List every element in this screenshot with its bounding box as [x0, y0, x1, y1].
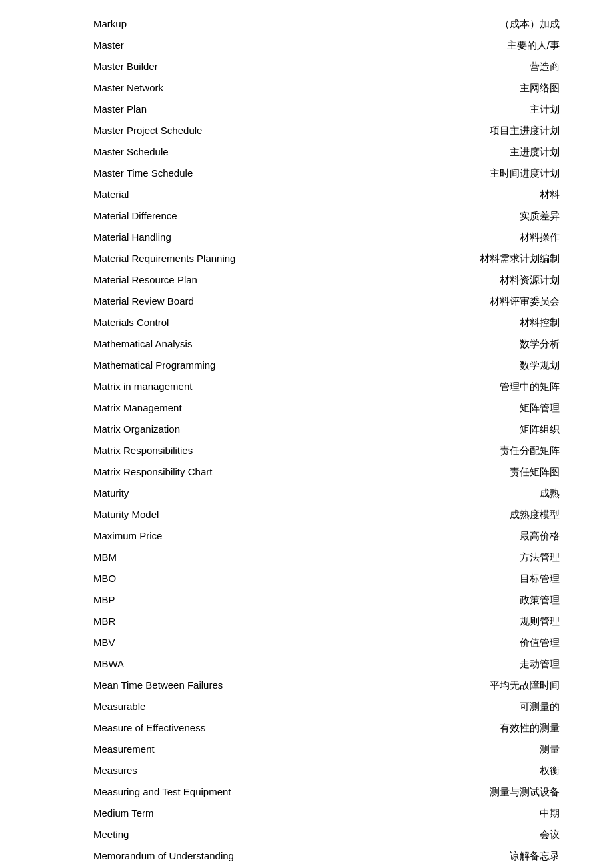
- glossary-row: Master Project Schedule项目主进度计划: [27, 120, 586, 141]
- english-term: Matrix Responsibilities: [27, 440, 334, 461]
- english-term: Master: [27, 35, 334, 56]
- english-term: Master Plan: [27, 99, 334, 120]
- glossary-row: Material Handling材料操作: [27, 227, 586, 248]
- glossary-row: Material Requirements Planning材料需求计划编制: [27, 248, 586, 269]
- chinese-translation: 责任分配矩阵: [334, 440, 586, 461]
- glossary-row: MBM方法管理: [27, 547, 586, 568]
- chinese-translation: 项目主进度计划: [334, 120, 586, 141]
- glossary-row: Markup（成本）加成: [27, 13, 586, 35]
- glossary-row: Measurable可测量的: [27, 696, 586, 717]
- glossary-row: Matrix Responsibilities责任分配矩阵: [27, 440, 586, 461]
- glossary-row: Mathematical Programming数学规划: [27, 355, 586, 376]
- english-term: Measures: [27, 760, 334, 781]
- chinese-translation: 实质差异: [334, 205, 586, 227]
- english-term: Master Builder: [27, 56, 334, 77]
- chinese-translation: 材料操作: [334, 227, 586, 248]
- glossary-table: Markup（成本）加成Master主要的人/事Master Builder营造…: [27, 13, 586, 868]
- english-term: Matrix Management: [27, 397, 334, 419]
- chinese-translation: 会议: [334, 824, 586, 845]
- glossary-row: Maturity Model成熟度模型: [27, 504, 586, 525]
- glossary-row: Master Builder营造商: [27, 56, 586, 77]
- glossary-row: Master Schedule主进度计划: [27, 141, 586, 163]
- chinese-translation: 政策管理: [334, 589, 586, 611]
- chinese-translation: 主进度计划: [334, 141, 586, 163]
- chinese-translation: 管理中的矩阵: [334, 376, 586, 397]
- english-term: Measure of Effectiveness: [27, 717, 334, 739]
- glossary-row: Master Network主网络图: [27, 77, 586, 99]
- glossary-row: Matrix Organization矩阵组织: [27, 419, 586, 440]
- english-term: Matrix Responsibility Chart: [27, 461, 334, 483]
- chinese-translation: 有效性的测量: [334, 717, 586, 739]
- english-term: Master Network: [27, 77, 334, 99]
- english-term: MBM: [27, 547, 334, 568]
- chinese-translation: 责任矩阵图: [334, 461, 586, 483]
- glossary-row: Mathematical Analysis数学分析: [27, 333, 586, 355]
- english-term: Measurable: [27, 696, 334, 717]
- chinese-translation: 走动管理: [334, 653, 586, 675]
- glossary-row: Materials Control材料控制: [27, 312, 586, 333]
- chinese-translation: （成本）加成: [334, 13, 586, 35]
- chinese-translation: 主时间进度计划: [334, 163, 586, 184]
- english-term: Master Project Schedule: [27, 120, 334, 141]
- chinese-translation: 规则管理: [334, 611, 586, 632]
- english-term: Maturity Model: [27, 504, 334, 525]
- chinese-translation: 成熟度模型: [334, 504, 586, 525]
- glossary-row: MBO目标管理: [27, 568, 586, 589]
- chinese-translation: 数学规划: [334, 355, 586, 376]
- glossary-row: MBP政策管理: [27, 589, 586, 611]
- chinese-translation: 目标管理: [334, 568, 586, 589]
- english-term: Material Requirements Planning: [27, 248, 334, 269]
- english-term: MBWA: [27, 653, 334, 675]
- glossary-row: Measurement测量: [27, 739, 586, 760]
- chinese-translation: 平均无故障时间: [334, 675, 586, 696]
- chinese-translation: 权衡: [334, 760, 586, 781]
- english-term: MBO: [27, 568, 334, 589]
- glossary-row: MBR规则管理: [27, 611, 586, 632]
- english-term: Material Handling: [27, 227, 334, 248]
- english-term: Measurement: [27, 739, 334, 760]
- glossary-row: Maximum Price最高价格: [27, 525, 586, 547]
- chinese-translation: 可测量的: [334, 696, 586, 717]
- english-term: Matrix in management: [27, 376, 334, 397]
- glossary-row: Memorandum of Understanding谅解备忘录: [27, 845, 586, 867]
- english-term: MBP: [27, 589, 334, 611]
- glossary-row: Master主要的人/事: [27, 35, 586, 56]
- chinese-translation: 成熟: [334, 483, 586, 504]
- glossary-row: Master Time Schedule主时间进度计划: [27, 163, 586, 184]
- glossary-row: Matrix Responsibility Chart责任矩阵图: [27, 461, 586, 483]
- chinese-translation: 材料控制: [334, 312, 586, 333]
- english-term: Mean Time Between Failures: [27, 675, 334, 696]
- english-term: Maximum Price: [27, 525, 334, 547]
- chinese-translation: 营造商: [334, 56, 586, 77]
- english-term: Master Time Schedule: [27, 163, 334, 184]
- chinese-translation: 价值管理: [334, 632, 586, 653]
- english-term: Material Review Board: [27, 291, 334, 312]
- chinese-translation: 矩阵管理: [334, 397, 586, 419]
- glossary-row: Material材料: [27, 184, 586, 205]
- english-term: MBV: [27, 632, 334, 653]
- glossary-row: Material Difference实质差异: [27, 205, 586, 227]
- chinese-translation: 主计划: [334, 99, 586, 120]
- chinese-translation: 中期: [334, 803, 586, 824]
- english-term: Medium Term: [27, 803, 334, 824]
- english-term: Mathematical Programming: [27, 355, 334, 376]
- chinese-translation: 矩阵组织: [334, 419, 586, 440]
- english-term: Materials Control: [27, 312, 334, 333]
- english-term: Measuring and Test Equipment: [27, 781, 334, 803]
- chinese-translation: 谅解备忘录: [334, 845, 586, 867]
- glossary-row: Maturity成熟: [27, 483, 586, 504]
- chinese-translation: 材料资源计划: [334, 269, 586, 291]
- chinese-translation: 测量与测试设备: [334, 781, 586, 803]
- english-term: Memorandum of Understanding: [27, 845, 334, 867]
- chinese-translation: 材料评审委员会: [334, 291, 586, 312]
- glossary-row: Matrix in management管理中的矩阵: [27, 376, 586, 397]
- chinese-translation: 数学分析: [334, 333, 586, 355]
- glossary-row: MBV价值管理: [27, 632, 586, 653]
- english-term: Mathematical Analysis: [27, 333, 334, 355]
- glossary-row: MBWA走动管理: [27, 653, 586, 675]
- english-term: Material Resource Plan: [27, 269, 334, 291]
- english-term: Matrix Organization: [27, 419, 334, 440]
- chinese-translation: 方法管理: [334, 547, 586, 568]
- english-term: MBR: [27, 611, 334, 632]
- glossary-row: Medium Term中期: [27, 803, 586, 824]
